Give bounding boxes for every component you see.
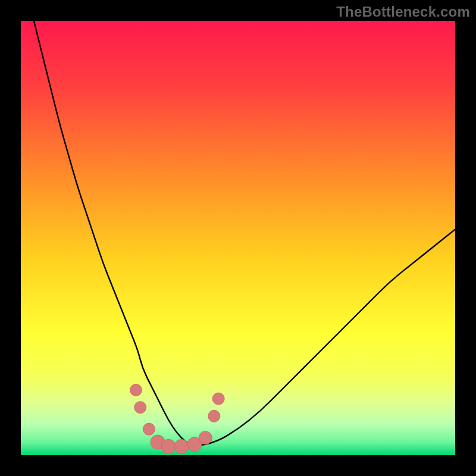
curve-marker [208, 410, 220, 422]
curve-marker [134, 402, 146, 414]
curve-marker [199, 431, 212, 444]
outer-frame: TheBottleneck.com [0, 0, 476, 476]
curve-marker [212, 393, 224, 405]
curve-marker [143, 423, 155, 435]
curve-marker [174, 439, 189, 453]
chart-svg [21, 21, 455, 455]
curve-marker [161, 439, 176, 453]
plot-area [21, 21, 455, 455]
gradient-background [21, 21, 455, 455]
watermark-text: TheBottleneck.com [336, 4, 470, 20]
curve-marker [130, 384, 142, 396]
